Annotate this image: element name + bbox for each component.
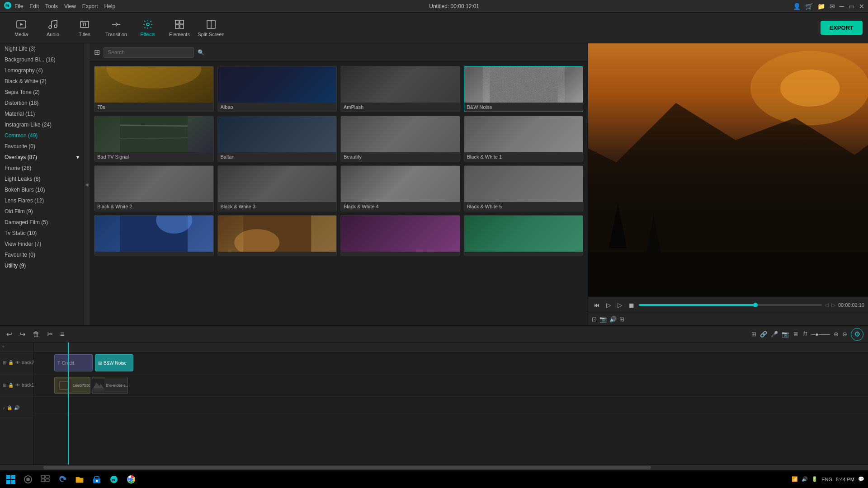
minimize-btn[interactable]: ─ — [840, 3, 844, 10]
sidebar-item-background[interactable]: Background Bl... (16) — [0, 54, 84, 65]
toolbar-effects[interactable]: Effects — [132, 14, 164, 42]
sidebar-item-damagedfilm[interactable]: Damaged Film (5) — [0, 217, 84, 228]
filmora-taskbar-icon[interactable]: f9 — [107, 472, 121, 487]
sidebar-item-lensflares[interactable]: Lens Flares (12) — [0, 195, 84, 206]
cart-icon[interactable]: 🛒 — [805, 3, 813, 10]
cut-btn[interactable]: ✂ — [45, 329, 55, 339]
sidebar-item-material[interactable]: Material (11) — [0, 108, 84, 119]
effect-card-bw1[interactable]: Black & White 1 — [464, 116, 584, 162]
store-icon[interactable] — [90, 472, 104, 487]
search-icon[interactable]: 🔍 — [198, 49, 204, 56]
effect-card-ll4[interactable] — [464, 215, 584, 256]
effect-card-70s[interactable]: 70s — [94, 66, 214, 112]
preview-tool-2[interactable]: 📷 — [599, 316, 607, 323]
restore-btn[interactable]: ▭ — [849, 3, 854, 10]
timeline-scrollbar[interactable] — [0, 465, 868, 470]
menu-help[interactable]: Help — [104, 3, 116, 9]
sidebar-item-fav2[interactable]: Favourite (0) — [0, 249, 84, 260]
add-track-btn[interactable]: + — [2, 344, 5, 349]
sidebar-item-oldfilm[interactable]: Old Film (9) — [0, 206, 84, 217]
preview-timeline[interactable] — [639, 304, 822, 306]
step-back-btn[interactable]: ⏮ — [592, 300, 602, 310]
clip-video1[interactable]: 1eeb75307b... — [54, 377, 90, 394]
search-input[interactable] — [104, 47, 194, 58]
track-visible-icon[interactable]: 👁 — [15, 360, 20, 365]
scrollbar-thumb[interactable] — [43, 466, 651, 469]
sidebar-item-night-life[interactable]: Night Life (3) — [0, 43, 84, 54]
clip-video2[interactable]: the-elder-s... — [92, 377, 128, 394]
menu-tools[interactable]: Tools — [45, 3, 58, 9]
clip-effect[interactable]: ⊞ B&W Noise — [95, 354, 133, 371]
clip-title[interactable]: T Credit — [54, 354, 93, 371]
timeline-tool-8[interactable]: ⊖ — [842, 331, 847, 338]
collapse-sidebar-btn[interactable]: ◀ — [84, 43, 90, 325]
chrome-icon[interactable] — [124, 472, 138, 487]
effect-card-bw5[interactable]: Black & White 5 — [464, 165, 584, 211]
effect-card-badtv[interactable]: Bad TV Signal — [94, 116, 214, 162]
timeline-tool-2[interactable]: 🔗 — [760, 331, 767, 338]
track-visible-icon[interactable]: 👁 — [15, 383, 20, 388]
track-lock-icon[interactable]: 🔒 — [8, 383, 14, 388]
timeline-tool-3[interactable]: 🎤 — [771, 331, 778, 338]
sidebar-item-lomography[interactable]: Lomography (4) — [0, 65, 84, 76]
preview-tool-1[interactable]: ⊡ — [592, 316, 597, 323]
effect-card-bwnoise[interactable]: B&W Noise — [464, 66, 584, 112]
sidebar-item-instagram[interactable]: Instagram-Like (24) — [0, 119, 84, 130]
sidebar-item-common[interactable]: Common (49) — [0, 130, 84, 141]
effect-card-bw2[interactable]: Black & White 2 — [94, 165, 214, 211]
timeline-tool-1[interactable]: ⊞ — [751, 331, 756, 338]
sidebar-item-bw[interactable]: Black & White (2) — [0, 76, 84, 87]
settings-btn[interactable]: ≡ — [58, 329, 66, 339]
preview-tool-4[interactable]: ⊞ — [619, 316, 624, 323]
menu-edit[interactable]: Edit — [29, 3, 39, 9]
effect-card-baltan[interactable]: Baltan — [217, 116, 337, 162]
cortana-btn[interactable] — [21, 472, 35, 487]
notification-icon[interactable]: 💬 — [858, 476, 864, 482]
menu-view[interactable]: View — [64, 3, 76, 9]
sidebar-item-bokeh[interactable]: Bokeh Blurs (10) — [0, 184, 84, 195]
audio-mute-icon[interactable]: 🔊 — [14, 405, 19, 410]
sidebar-item-sepia[interactable]: Sepia Tone (2) — [0, 87, 84, 98]
toolbar-transition[interactable]: Transition — [100, 14, 132, 42]
sidebar-item-tvstatic[interactable]: Tv Static (10) — [0, 228, 84, 239]
timeline-tool-6[interactable]: ⏱ — [802, 331, 808, 338]
menu-file[interactable]: File — [14, 3, 23, 9]
play-alt-btn[interactable]: ▷ — [616, 300, 624, 310]
effect-card-amplash[interactable]: AmPlash — [340, 66, 460, 112]
toolbar-audio[interactable]: Audio — [37, 14, 69, 42]
effect-card-aibao[interactable]: Aibao — [217, 66, 337, 112]
mail-icon[interactable]: ✉ — [830, 3, 835, 10]
taskview-btn[interactable] — [38, 472, 52, 487]
audio-lock-icon[interactable]: 🔒 — [7, 405, 12, 410]
close-btn[interactable]: ✕ — [859, 3, 864, 10]
track-lock-icon[interactable]: 🔒 — [8, 360, 14, 365]
zoom-slider[interactable]: ─●─── — [811, 331, 830, 338]
undo-btn[interactable]: ↩ — [5, 329, 14, 339]
sidebar-item-viewfinder[interactable]: View Finder (7) — [0, 239, 84, 249]
timeline-tool-7[interactable]: ⊕ — [834, 331, 839, 338]
sidebar-item-lightleaks[interactable]: Light Leaks (8) — [0, 174, 84, 184]
user-icon[interactable]: 👤 — [793, 3, 801, 10]
play-btn[interactable]: ▷ — [604, 300, 613, 310]
explorer-icon[interactable] — [72, 472, 87, 487]
effect-card-ll2[interactable] — [217, 215, 337, 256]
sidebar-section-utility[interactable]: Utility (9) — [0, 260, 84, 271]
toolbar-elements[interactable]: Elements — [164, 14, 195, 42]
effect-card-beautify[interactable]: Beautify — [340, 116, 460, 162]
grid-view-icon[interactable]: ⊞ — [94, 48, 100, 56]
toolbar-titles[interactable]: TI Titles — [69, 14, 100, 42]
menu-export[interactable]: Export — [82, 3, 98, 9]
toolbar-splitscreen[interactable]: Split Screen — [195, 14, 227, 42]
toolbar-media[interactable]: Media — [5, 14, 37, 42]
stop-btn[interactable]: ◼ — [627, 300, 636, 310]
effect-card-bw3[interactable]: Black & White 3 — [217, 165, 337, 211]
edge-icon[interactable] — [55, 472, 70, 487]
timeline-tool-5[interactable]: 🖥 — [793, 331, 798, 338]
redo-btn[interactable]: ↪ — [18, 329, 27, 339]
start-btn[interactable] — [4, 472, 18, 487]
folder-icon[interactable]: 📁 — [817, 3, 825, 10]
timeline-settings-btn[interactable]: ⚙ — [851, 328, 863, 341]
sidebar-item-frame[interactable]: Frame (26) — [0, 163, 84, 174]
export-button[interactable]: EXPORT — [821, 21, 863, 35]
effect-card-bw4[interactable]: Black & White 4 — [340, 165, 460, 211]
